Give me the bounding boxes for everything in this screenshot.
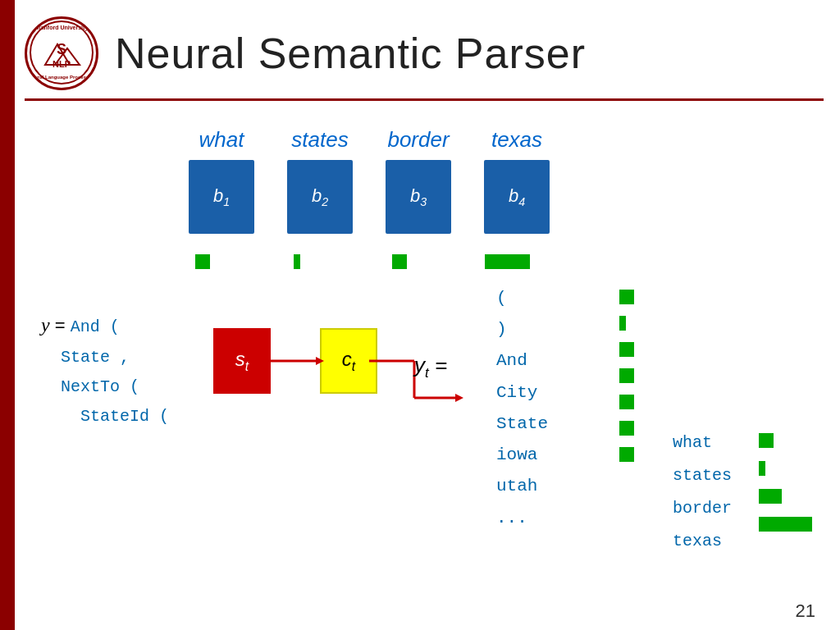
blue-box-b2: b2 bbox=[287, 160, 353, 234]
right-ind-4 bbox=[759, 517, 812, 532]
logo-inner: Stanford University S NLP Natural Langua… bbox=[29, 20, 94, 88]
right-indicators bbox=[759, 433, 812, 532]
word-label-border: border bbox=[369, 127, 468, 153]
svg-text:S: S bbox=[57, 41, 66, 57]
top-indicators bbox=[195, 254, 530, 269]
vocab-open-paren: ( bbox=[496, 283, 548, 314]
vocab-close-paren: ) bbox=[496, 314, 548, 345]
vocab-ind-3 bbox=[619, 342, 634, 357]
indicator-2 bbox=[294, 254, 300, 269]
vocab-ind-7 bbox=[619, 447, 634, 462]
vocab-indicators bbox=[619, 290, 634, 462]
vocab-ind-1 bbox=[619, 290, 634, 304]
word-label-states: states bbox=[271, 127, 369, 153]
right-words: what states border texas bbox=[673, 427, 732, 558]
right-word-texas: texas bbox=[673, 525, 732, 558]
indicator-4 bbox=[485, 254, 530, 269]
st-box: st bbox=[213, 328, 271, 394]
page-number: 21 bbox=[796, 600, 815, 622]
indicator-3 bbox=[392, 254, 407, 269]
right-ind-3 bbox=[759, 489, 782, 504]
vocab-ind-6 bbox=[619, 421, 634, 436]
vocab-ind-5 bbox=[619, 395, 634, 409]
vocab-utah: utah bbox=[496, 471, 548, 502]
right-ind-2 bbox=[759, 461, 765, 476]
vocab-and: And bbox=[496, 345, 548, 377]
vocab-ind-2 bbox=[619, 316, 626, 331]
word-labels: what states border texas bbox=[172, 127, 566, 153]
vocab-iowa: iowa bbox=[496, 440, 548, 471]
vocab-ellipsis: ... bbox=[496, 503, 548, 534]
yt-label: yt = bbox=[414, 353, 447, 381]
logo: Stanford University S NLP Natural Langua… bbox=[25, 16, 98, 90]
blue-box-b3: b3 bbox=[386, 160, 451, 234]
right-word-border: border bbox=[673, 492, 732, 525]
main-content: what states border texas b1 b2 b3 b4 y =… bbox=[25, 111, 824, 614]
right-word-what: what bbox=[673, 427, 732, 459]
header: Stanford University S NLP Natural Langua… bbox=[25, 16, 824, 90]
right-word-states: states bbox=[673, 459, 732, 492]
svg-text:NLP: NLP bbox=[52, 59, 71, 69]
ct-box: ct bbox=[320, 328, 377, 394]
indicator-1 bbox=[195, 254, 210, 269]
blue-box-b4: b4 bbox=[484, 160, 550, 234]
word-label-texas: texas bbox=[468, 127, 566, 153]
right-ind-1 bbox=[759, 433, 774, 448]
blue-boxes: b1 b2 b3 b4 bbox=[172, 160, 566, 234]
divider bbox=[25, 98, 824, 101]
blue-box-b1: b1 bbox=[189, 160, 254, 234]
svg-text:Stanford University: Stanford University bbox=[35, 25, 89, 31]
word-label-what: what bbox=[172, 127, 271, 153]
svg-text:Natural Language Processing: Natural Language Processing bbox=[29, 75, 94, 80]
vocab-ind-4 bbox=[619, 368, 634, 383]
page-title: Neural Semantic Parser bbox=[115, 29, 586, 78]
left-border bbox=[0, 0, 15, 630]
vocab-city: City bbox=[496, 377, 548, 409]
vocab-state: State bbox=[496, 409, 548, 440]
vocab-list: ( ) And City State iowa utah ... bbox=[496, 283, 548, 534]
svg-marker-12 bbox=[455, 394, 463, 402]
y-formula: y = And ( State , NextTo ( StateId ( bbox=[41, 308, 169, 431]
